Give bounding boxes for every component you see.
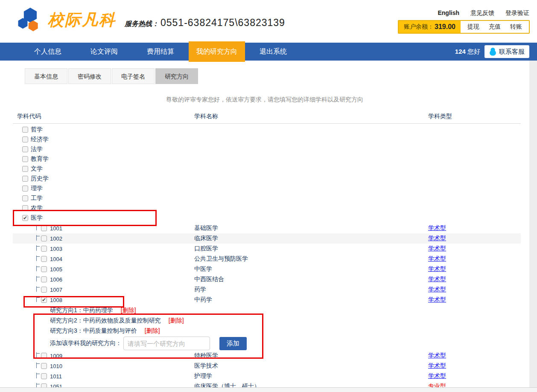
subject-code: 1006 bbox=[50, 276, 62, 283]
subdiscipline-row-1004: 1004 公共卫生与预防医学 学术型 bbox=[13, 254, 521, 264]
add-research-direction-row: 添加该学科我的研究方向： 添加 bbox=[50, 336, 247, 351]
subject-name: 口腔医学 bbox=[194, 245, 218, 253]
subject-name: 公共卫生与预防医学 bbox=[194, 255, 248, 263]
balance-display: 账户余额： 319.00 bbox=[399, 21, 461, 33]
tab-change-password[interactable]: 密码修改 bbox=[68, 68, 111, 84]
checkbox-engineering[interactable] bbox=[22, 195, 28, 201]
subject-code: 1003 bbox=[50, 246, 62, 252]
subdiscipline-row-1008: 1008 中药学 学术型 bbox=[13, 295, 521, 305]
discipline-label: 教育学 bbox=[31, 155, 49, 163]
nav-item-personal-info[interactable]: 个人信息 bbox=[20, 43, 76, 61]
subject-type-link[interactable]: 学术型 bbox=[428, 265, 446, 273]
checkbox-medicine[interactable] bbox=[22, 215, 28, 221]
checkbox-1002[interactable] bbox=[41, 235, 47, 241]
hotline-label: 服务热线： bbox=[125, 20, 159, 29]
checkbox-history[interactable] bbox=[22, 176, 28, 182]
tree-branch-icon bbox=[36, 352, 40, 358]
checkbox-science[interactable] bbox=[22, 186, 28, 192]
subject-type-link[interactable]: 学术型 bbox=[428, 224, 446, 232]
discipline-row-literature: 文学 bbox=[13, 164, 521, 174]
subject-type-link[interactable]: 学术型 bbox=[428, 235, 446, 242]
subject-type-link[interactable]: 学术型 bbox=[428, 296, 446, 304]
subject-name: 基础医学 bbox=[194, 224, 218, 232]
subject-name: 临床医学 bbox=[194, 235, 218, 242]
research-direction-row-2: 研究方向2：中药药效物质及质量控制研究 [删除] bbox=[50, 316, 184, 326]
checkbox-1006[interactable] bbox=[41, 276, 47, 282]
checkbox-1001[interactable] bbox=[41, 225, 47, 231]
tab-basic-info[interactable]: 基本信息 bbox=[25, 68, 67, 84]
nav-item-fee-settlement[interactable]: 费用结算 bbox=[132, 43, 189, 61]
contact-support-button[interactable]: 联系客服 bbox=[484, 45, 529, 58]
research-direction-text: 研究方向3：中药质量控制与评价 bbox=[50, 327, 137, 335]
checkbox-philosophy[interactable] bbox=[22, 127, 28, 133]
withdraw-link[interactable]: 提现 bbox=[467, 23, 479, 31]
checkbox-law[interactable] bbox=[22, 146, 28, 152]
tree-branch-icon bbox=[36, 235, 40, 241]
login-verify-link[interactable]: 登录验证 bbox=[505, 9, 529, 17]
checkbox-1008[interactable] bbox=[41, 297, 47, 303]
tab-e-signature[interactable]: 电子签名 bbox=[112, 68, 155, 84]
checkbox-economics[interactable] bbox=[22, 136, 28, 142]
discipline-row-economics: 经济学 bbox=[13, 134, 521, 144]
checkbox-1003[interactable] bbox=[41, 246, 47, 252]
research-direction-input[interactable] bbox=[123, 337, 210, 350]
delete-direction-2-link[interactable]: [删除] bbox=[169, 317, 184, 325]
discipline-table: 学科代码 学科名称 学科类型 哲学 经济学 法学 教育学 文学 历史学 bbox=[13, 111, 521, 387]
subject-type-link[interactable]: 学术型 bbox=[428, 245, 446, 253]
subdiscipline-row-1009: 1009 特种医学 学术型 bbox=[13, 351, 521, 361]
tab-research-direction[interactable]: 研究方向 bbox=[155, 68, 198, 84]
checkbox-1011[interactable] bbox=[41, 373, 47, 379]
english-link[interactable]: English bbox=[438, 9, 459, 17]
checkbox-1005[interactable] bbox=[41, 266, 47, 272]
discipline-row-philosophy: 哲学 bbox=[13, 125, 521, 134]
logo-text: 校际凡科 bbox=[48, 9, 116, 31]
feedback-link[interactable]: 意见反馈 bbox=[470, 9, 494, 17]
checkbox-1010[interactable] bbox=[41, 363, 47, 369]
nav-item-paper-review[interactable]: 论文评阅 bbox=[76, 43, 132, 61]
col-header-subject-type: 学科类型 bbox=[428, 113, 452, 120]
subject-type-link[interactable]: 学术型 bbox=[428, 372, 446, 380]
tree-branch-icon bbox=[36, 245, 40, 251]
recharge-link[interactable]: 充值 bbox=[489, 23, 501, 31]
subject-code: 1010 bbox=[50, 363, 62, 369]
checkbox-1009[interactable] bbox=[41, 353, 47, 359]
research-direction-row-3: 研究方向3：中药质量控制与评价 [删除] bbox=[50, 326, 160, 336]
checkbox-1004[interactable] bbox=[41, 256, 47, 262]
discipline-row-agronomy: 农学 bbox=[13, 203, 521, 213]
site-header: 校际凡科 服务热线： 0551-63824175\63823139 Englis… bbox=[0, 0, 537, 43]
nav-item-my-research-direction[interactable]: 我的研究方向 bbox=[189, 41, 245, 62]
delete-direction-1-link[interactable]: [删除] bbox=[121, 307, 136, 314]
discipline-label: 农学 bbox=[31, 204, 43, 212]
discipline-label: 文学 bbox=[31, 165, 43, 173]
discipline-label: 哲学 bbox=[31, 126, 43, 134]
subject-type-link[interactable]: 学术型 bbox=[428, 276, 446, 283]
discipline-label: 法学 bbox=[31, 145, 43, 153]
subject-code: 1004 bbox=[50, 256, 62, 262]
delete-direction-3-link[interactable]: [删除] bbox=[145, 327, 160, 335]
discipline-label: 历史学 bbox=[31, 175, 49, 183]
subject-name: 药学 bbox=[194, 286, 206, 293]
subject-name: 护理学 bbox=[194, 372, 212, 380]
checkbox-literature[interactable] bbox=[22, 166, 28, 172]
subdiscipline-row-1011: 1011 护理学 学术型 bbox=[13, 371, 521, 381]
add-direction-button[interactable]: 添加 bbox=[219, 337, 247, 350]
subject-type-link[interactable]: 学术型 bbox=[428, 352, 446, 360]
subject-type-link[interactable]: 学术型 bbox=[428, 362, 446, 370]
discipline-row-education: 教育学 bbox=[13, 154, 521, 164]
subject-type-link[interactable]: 学术型 bbox=[428, 286, 446, 293]
subdiscipline-row-1007: 1007 药学 学术型 bbox=[13, 285, 521, 295]
checkbox-1007[interactable] bbox=[41, 287, 47, 293]
checkbox-agronomy[interactable] bbox=[22, 205, 28, 211]
footer-strip bbox=[0, 387, 537, 392]
discipline-row-law: 法学 bbox=[13, 144, 521, 154]
transfer-link[interactable]: 转账 bbox=[510, 23, 522, 31]
tree-branch-icon bbox=[36, 286, 40, 292]
balance-actions: 提现 充值 转账 bbox=[461, 21, 529, 33]
checkbox-education[interactable] bbox=[22, 156, 28, 162]
hotline-number: 0551-63824175\63823139 bbox=[161, 17, 285, 29]
nav-item-logout[interactable]: 退出系统 bbox=[245, 43, 301, 61]
subject-type-link[interactable]: 学术型 bbox=[428, 255, 446, 263]
notice-text: 尊敬的评审专家您好，依送审方要求，请您填写您的详细学科以及研究方向 bbox=[0, 96, 529, 104]
discipline-row-medicine: 医学 bbox=[13, 213, 521, 223]
subject-name: 特种医学 bbox=[194, 352, 218, 360]
